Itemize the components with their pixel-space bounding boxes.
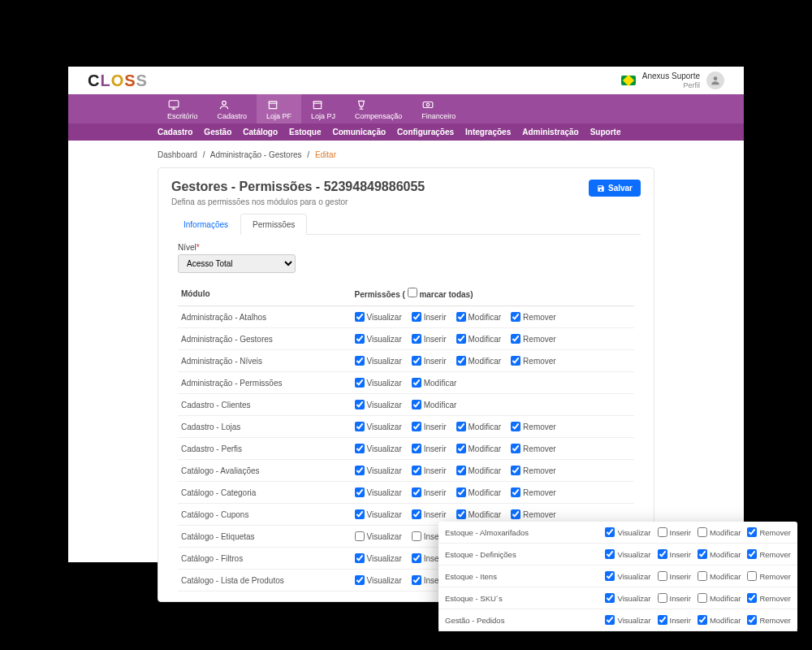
perm-modify-checkbox[interactable] xyxy=(412,400,421,410)
perm-view-checkbox[interactable] xyxy=(605,571,615,581)
perm-insert[interactable]: Inserir xyxy=(412,444,447,453)
nav2-item-7[interactable]: Administração xyxy=(522,128,578,136)
perm-remove-checkbox[interactable] xyxy=(511,488,520,497)
perm-insert[interactable]: Inserir xyxy=(658,593,691,603)
perm-remove[interactable]: Remover xyxy=(511,334,556,344)
perm-view[interactable]: Visualizar xyxy=(605,593,650,603)
perm-remove-checkbox[interactable] xyxy=(511,444,520,453)
perm-modify-checkbox[interactable] xyxy=(456,334,466,344)
perm-insert-checkbox[interactable] xyxy=(412,466,421,475)
perm-modify-checkbox[interactable] xyxy=(698,615,707,625)
tab-permissoes[interactable]: Permissões xyxy=(240,214,307,235)
save-button[interactable]: Salvar xyxy=(589,180,641,197)
perm-insert[interactable]: Inserir xyxy=(412,356,447,366)
perm-insert-checkbox[interactable] xyxy=(412,531,421,541)
nav2-item-1[interactable]: Gestão xyxy=(204,128,231,136)
perm-view-checkbox[interactable] xyxy=(605,615,615,625)
perm-remove-checkbox[interactable] xyxy=(511,356,520,366)
perm-insert-checkbox[interactable] xyxy=(412,444,421,453)
perm-remove[interactable]: Remover xyxy=(747,571,791,581)
nav2-item-3[interactable]: Estoque xyxy=(289,128,321,136)
perm-remove[interactable]: Remover xyxy=(747,549,791,559)
perm-remove-checkbox[interactable] xyxy=(747,615,757,625)
nav2-item-5[interactable]: Configurações xyxy=(397,128,454,136)
perm-modify-checkbox[interactable] xyxy=(698,593,707,603)
perm-modify[interactable]: Modificar xyxy=(456,444,502,453)
nav2-item-0[interactable]: Cadastro xyxy=(158,128,192,136)
perm-modify-checkbox[interactable] xyxy=(456,356,466,366)
perm-insert[interactable]: Inserir xyxy=(412,312,447,322)
perm-remove-checkbox[interactable] xyxy=(747,549,757,559)
perm-view[interactable]: Visualizar xyxy=(355,575,402,585)
perm-remove[interactable]: Remover xyxy=(511,466,556,475)
perm-remove-checkbox[interactable] xyxy=(747,527,757,537)
perm-view-checkbox[interactable] xyxy=(605,527,615,537)
perm-view[interactable]: Visualizar xyxy=(355,356,402,366)
perm-view[interactable]: Visualizar xyxy=(355,553,402,563)
perm-view-checkbox[interactable] xyxy=(355,488,365,497)
perm-modify-checkbox[interactable] xyxy=(412,378,421,388)
perm-view-checkbox[interactable] xyxy=(355,553,365,563)
perm-modify-checkbox[interactable] xyxy=(456,312,466,322)
perm-insert-checkbox[interactable] xyxy=(412,422,421,431)
perm-insert-checkbox[interactable] xyxy=(412,488,421,497)
perm-view[interactable]: Visualizar xyxy=(605,615,650,625)
perm-view[interactable]: Visualizar xyxy=(355,444,402,453)
perm-remove-checkbox[interactable] xyxy=(747,571,757,581)
perm-modify-checkbox[interactable] xyxy=(456,509,466,519)
nav1-item-0[interactable]: Escritório xyxy=(158,94,208,124)
perm-remove[interactable]: Remover xyxy=(747,593,791,603)
flag-icon[interactable] xyxy=(621,76,636,85)
tab-informacoes[interactable]: Informações xyxy=(171,214,240,235)
perm-remove[interactable]: Remover xyxy=(511,356,556,366)
perm-modify-checkbox[interactable] xyxy=(456,422,466,431)
nav2-item-4[interactable]: Comunicação xyxy=(333,128,387,136)
nav1-item-1[interactable]: Cadastro xyxy=(208,94,257,124)
perm-modify[interactable]: Modificar xyxy=(698,571,741,581)
perm-view[interactable]: Visualizar xyxy=(355,334,402,344)
perm-remove-checkbox[interactable] xyxy=(511,422,520,431)
perm-remove[interactable]: Remover xyxy=(511,422,556,431)
perm-view-checkbox[interactable] xyxy=(605,549,615,559)
user-info[interactable]: Anexus Suporte Perfil xyxy=(642,72,700,90)
perm-view-checkbox[interactable] xyxy=(355,312,365,322)
perm-view[interactable]: Visualizar xyxy=(605,527,650,537)
avatar[interactable] xyxy=(706,72,724,89)
perm-insert-checkbox[interactable] xyxy=(658,527,667,537)
perm-modify[interactable]: Modificar xyxy=(456,334,502,344)
perm-modify-checkbox[interactable] xyxy=(456,444,466,453)
perm-remove[interactable]: Remover xyxy=(511,488,556,497)
perm-insert-checkbox[interactable] xyxy=(412,356,421,366)
nav1-item-2[interactable]: Loja PF xyxy=(257,94,301,124)
nav2-item-2[interactable]: Catálogo xyxy=(243,128,278,136)
perm-view[interactable]: Visualizar xyxy=(605,571,650,581)
perm-view-checkbox[interactable] xyxy=(355,334,365,344)
perm-remove[interactable]: Remover xyxy=(747,615,791,625)
perm-insert[interactable]: Inserir xyxy=(412,509,447,519)
nav2-item-6[interactable]: Integrações xyxy=(465,128,511,136)
perm-view-checkbox[interactable] xyxy=(355,531,365,541)
perm-modify[interactable]: Modificar xyxy=(456,466,502,475)
perm-view[interactable]: Visualizar xyxy=(355,488,402,497)
perm-modify[interactable]: Modificar xyxy=(456,488,502,497)
perm-modify-checkbox[interactable] xyxy=(698,527,707,537)
perm-insert-checkbox[interactable] xyxy=(412,509,421,519)
nav1-item-3[interactable]: Loja PJ xyxy=(301,94,345,124)
perm-view[interactable]: Visualizar xyxy=(605,549,650,559)
perm-modify[interactable]: Modificar xyxy=(698,615,741,625)
perm-remove[interactable]: Remover xyxy=(511,509,556,519)
perm-modify[interactable]: Modificar xyxy=(456,509,502,519)
mark-all-checkbox[interactable] xyxy=(408,288,417,297)
perm-modify[interactable]: Modificar xyxy=(456,422,502,431)
perm-modify-checkbox[interactable] xyxy=(698,549,707,559)
perm-remove-checkbox[interactable] xyxy=(747,593,757,603)
perm-insert-checkbox[interactable] xyxy=(658,571,667,581)
perm-view[interactable]: Visualizar xyxy=(355,466,402,475)
perm-view[interactable]: Visualizar xyxy=(355,531,402,541)
perm-remove[interactable]: Remover xyxy=(511,444,556,453)
perm-view[interactable]: Visualizar xyxy=(355,312,402,322)
perm-modify[interactable]: Modificar xyxy=(456,356,502,366)
perm-view-checkbox[interactable] xyxy=(605,593,615,603)
perm-view-checkbox[interactable] xyxy=(355,422,365,431)
nav2-item-8[interactable]: Suporte xyxy=(590,128,621,136)
